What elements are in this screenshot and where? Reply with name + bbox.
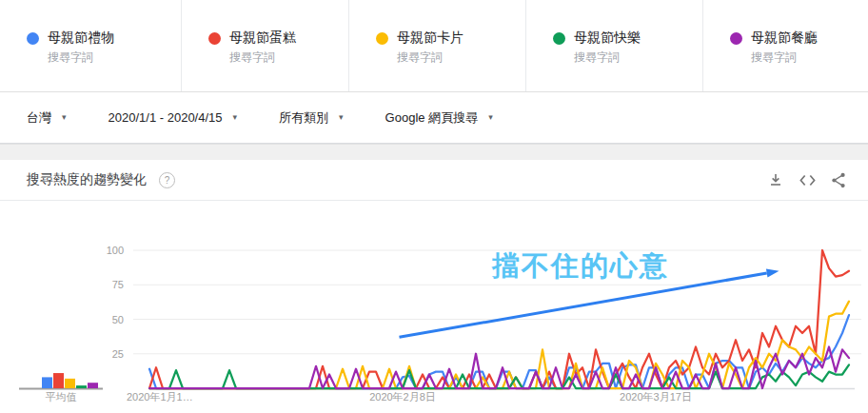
term-card[interactable]: 母親節餐廳 搜尋字詞 (702, 0, 868, 91)
region-filter-dropdown[interactable]: 台灣 ▾ (27, 109, 67, 127)
term-card[interactable]: 母親節快樂 搜尋字詞 (525, 0, 702, 91)
term-type-label: 搜尋字詞 (397, 49, 464, 66)
term-card[interactable]: 母親節蛋糕 搜尋字詞 (181, 0, 348, 91)
x-axis-tick-label: 2020年3月17日 (620, 390, 692, 404)
y-axis-tick-label: 25 (84, 348, 124, 360)
category-filter-dropdown[interactable]: 所有類別 ▾ (279, 109, 344, 127)
filters-bar: 台灣 ▾ 2020/1/1 - 2020/4/15 ▾ 所有類別 ▾ Googl… (0, 92, 868, 144)
term-label: 母親節蛋糕 (229, 30, 296, 46)
chevron-down-icon: ▾ (62, 113, 67, 122)
term-texts: 母親節卡片 搜尋字詞 (397, 30, 464, 66)
comparison-terms-bar: 母親節禮物 搜尋字詞 母親節蛋糕 搜尋字詞 母親節卡片 搜尋字詞 母親節快樂 搜… (0, 0, 868, 92)
term-label: 母親節快樂 (574, 30, 641, 46)
date-range-filter-dropdown[interactable]: 2020/1/1 - 2020/4/15 ▾ (108, 110, 238, 125)
interest-over-time-panel: 搜尋熱度的趨勢變化 ? 平均值 擋不住的心意 1007550252020年1月1… (0, 160, 868, 409)
panel-toolbar (767, 171, 847, 188)
category-filter-value: 所有類別 (279, 109, 328, 127)
annotation-text: 擋不住的心意 (445, 247, 716, 285)
x-axis-tick-label: 2020年2月8日 (369, 390, 436, 404)
chevron-down-icon: ▾ (339, 113, 344, 122)
term-texts: 母親節蛋糕 搜尋字詞 (229, 30, 296, 66)
term-texts: 母親節餐廳 搜尋字詞 (751, 30, 818, 66)
term-texts: 母親節快樂 搜尋字詞 (574, 30, 641, 66)
term-type-label: 搜尋字詞 (48, 49, 114, 66)
trends-line-chart[interactable] (0, 201, 868, 409)
search-type-filter-dropdown[interactable]: Google 網頁搜尋 ▾ (385, 109, 493, 127)
term-label: 母親節卡片 (397, 30, 464, 46)
term-type-label: 搜尋字詞 (751, 49, 818, 66)
term-color-dot (376, 32, 388, 45)
embed-icon[interactable] (799, 171, 816, 188)
term-color-dot (553, 32, 565, 45)
x-axis-tick-label: 2020年1月1… (127, 390, 193, 404)
chart-area: 平均值 擋不住的心意 1007550252020年1月1…2020年2月8日20… (0, 201, 868, 409)
panel-header: 搜尋熱度的趨勢變化 ? (0, 160, 868, 201)
date-range-filter-value: 2020/1/1 - 2020/4/15 (108, 110, 223, 125)
page-background-gap (0, 144, 868, 160)
y-axis-tick-label: 50 (84, 314, 124, 325)
y-axis-tick-label: 100 (84, 245, 124, 256)
region-filter-value: 台灣 (27, 109, 51, 127)
term-label: 母親節餐廳 (751, 30, 818, 46)
term-texts: 母親節禮物 搜尋字詞 (48, 30, 114, 66)
search-type-filter-value: Google 網頁搜尋 (385, 109, 479, 127)
help-icon[interactable]: ? (159, 172, 175, 188)
term-card[interactable]: 母親節禮物 搜尋字詞 (0, 0, 181, 91)
term-type-label: 搜尋字詞 (229, 49, 296, 66)
average-axis-label: 平均值 (19, 390, 103, 404)
share-icon[interactable] (830, 171, 847, 188)
term-label: 母親節禮物 (48, 30, 114, 46)
term-type-label: 搜尋字詞 (574, 49, 641, 66)
google-trends-page: 母親節禮物 搜尋字詞 母親節蛋糕 搜尋字詞 母親節卡片 搜尋字詞 母親節快樂 搜… (0, 0, 868, 413)
term-card[interactable]: 母親節卡片 搜尋字詞 (348, 0, 525, 91)
download-icon[interactable] (767, 171, 784, 188)
chevron-down-icon: ▾ (233, 113, 238, 122)
term-color-dot (27, 32, 39, 45)
term-color-dot (208, 32, 221, 45)
panel-title: 搜尋熱度的趨勢變化 (27, 171, 147, 188)
y-axis-tick-label: 75 (84, 279, 124, 290)
term-color-dot (730, 32, 742, 45)
chevron-down-icon: ▾ (488, 113, 493, 122)
